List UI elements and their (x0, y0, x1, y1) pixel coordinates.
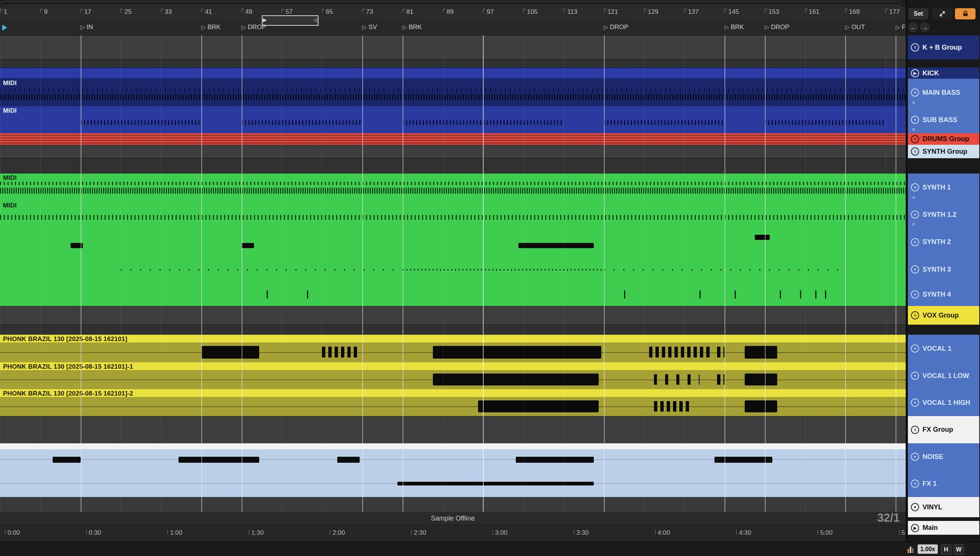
locator-brk[interactable]: ▷BRK (724, 24, 744, 31)
track-header-noise[interactable]: ▾NOISE (908, 443, 979, 470)
menu-icon[interactable]: ≡ (911, 135, 919, 143)
audio-segment[interactable] (518, 243, 594, 248)
time-ruler[interactable]: 0:000:301:001:302:002:303:003:304:004:30… (0, 525, 905, 542)
track-header-vocal1-low[interactable]: ▾VOCAL 1 LOW (908, 362, 979, 389)
track-header-kick[interactable]: ▶KICK (908, 68, 979, 79)
fold-icon[interactable]: ▾ (911, 372, 919, 380)
clip-midi[interactable]: MIDI (0, 201, 905, 228)
track-header-drums[interactable]: ≡DRUMS Group (908, 133, 979, 145)
track-header-kb-group[interactable]: ≡K + B Group (908, 36, 979, 59)
height-zoom-button[interactable]: H (941, 545, 951, 554)
row-sub-bass[interactable]: MIDI (0, 106, 905, 133)
clip-header[interactable] (0, 443, 905, 449)
track-header-synth3[interactable]: ▾SYNTH 3 (908, 256, 979, 283)
clip-waveform-lane[interactable] (0, 470, 905, 497)
clip-midi[interactable]: MIDI (0, 106, 905, 133)
row-vinyl[interactable] (0, 497, 905, 512)
play-icon[interactable]: ▶ (911, 69, 919, 77)
menu-icon[interactable]: ≡ (911, 426, 919, 434)
audio-segment[interactable] (53, 457, 80, 463)
row-fx1[interactable] (0, 470, 905, 497)
fold-icon[interactable]: ▾ (911, 399, 919, 407)
clip-header[interactable]: PHONK BRAZIL 130 [2025-08-15 162101] (0, 335, 905, 343)
fold-icon[interactable]: ▾ (911, 503, 919, 511)
menu-icon[interactable]: ≡ (911, 43, 919, 52)
track-header-synth4[interactable]: ▾SYNTH 4 (908, 283, 979, 306)
row-synth1[interactable]: MIDI (0, 173, 905, 201)
row-gap1[interactable] (0, 59, 905, 68)
clip-midi[interactable]: MIDI (0, 173, 905, 201)
row-vox-group[interactable] (0, 306, 905, 325)
row-kick[interactable] (0, 68, 905, 79)
loop-brace[interactable]: ▶ ◁ (262, 15, 319, 26)
row-vocal1[interactable]: PHONK BRAZIL 130 [2025-08-15 162101] (0, 335, 905, 362)
clip-waveform-lane[interactable] (0, 398, 905, 416)
locator-f[interactable]: ▷F (896, 24, 905, 31)
clip-header[interactable]: PHONK BRAZIL 130 [2025-08-15 162101]-1 (0, 362, 905, 370)
row-kb-group[interactable] (0, 36, 905, 59)
clip-waveform-lane[interactable] (0, 370, 905, 389)
locator-drop[interactable]: ▷DROP (765, 24, 789, 31)
row-gap2[interactable] (0, 158, 905, 173)
clip-midi[interactable]: MIDI (0, 79, 905, 106)
track-header-fx-group[interactable]: ≡FX Group (908, 416, 979, 443)
row-vocal1-low[interactable]: PHONK BRAZIL 130 [2025-08-15 162101]-1 (0, 362, 905, 389)
fold-icon[interactable]: ▾ (911, 265, 919, 273)
row-synth3[interactable] (0, 256, 905, 283)
track-header-main-bass[interactable]: ▾MAIN BASS≡ (908, 79, 979, 106)
fold-icon[interactable]: ▾ (911, 116, 919, 124)
fold-icon[interactable]: ▾ (911, 290, 919, 299)
clip-synth[interactable] (0, 283, 905, 306)
track-header-vocal1[interactable]: ▾VOCAL 1 (908, 335, 979, 362)
row-vocal1-high[interactable]: PHONK BRAZIL 130 [2025-08-15 162101]-2 (0, 389, 905, 416)
play-icon[interactable]: ▶ (911, 524, 919, 532)
row-synth12[interactable]: MIDI (0, 201, 905, 228)
track-header-main[interactable]: ▶Main (908, 521, 979, 535)
locator-drop[interactable]: ▷DROP (604, 24, 628, 31)
fold-icon[interactable]: ▾ (911, 183, 919, 191)
clip-synth[interactable] (0, 256, 905, 283)
fold-icon[interactable]: ▾ (911, 89, 919, 97)
audio-segment[interactable] (337, 457, 360, 463)
row-fx-group[interactable] (0, 416, 905, 443)
row-main-bass[interactable]: MIDI (0, 79, 905, 106)
track-header-synth-group[interactable]: ≡SYNTH Group (908, 145, 979, 158)
locator-in[interactable]: ▷IN (81, 24, 93, 31)
row-synth4[interactable] (0, 283, 905, 306)
zoom-level-control[interactable]: 1.00x (918, 545, 938, 554)
fold-icon[interactable]: ▾ (911, 453, 919, 461)
audio-segment[interactable] (755, 235, 770, 240)
locator-sv[interactable]: ▷SV (362, 24, 377, 31)
audio-segment[interactable] (178, 457, 259, 463)
clip-waveform-lane[interactable] (0, 449, 905, 470)
locator-brk[interactable]: ▷BRK (201, 24, 221, 31)
horizontal-scrollbar[interactable] (1, 1, 901, 6)
audio-segment[interactable] (397, 482, 593, 485)
fold-icon[interactable]: ▾ (911, 480, 919, 488)
bar-ruler[interactable]: 1917253341495765738189971051131211291371… (0, 6, 905, 20)
beat-time-display[interactable]: 32/1 (877, 511, 900, 525)
menu-icon[interactable]: ≡ (911, 147, 919, 155)
row-synth2[interactable] (0, 228, 905, 256)
track-header-synth1[interactable]: ▾SYNTH 1≡ (908, 173, 979, 201)
track-header-vocal1-high[interactable]: ▾VOCAL 1 HIGH (908, 389, 979, 416)
row-synth-group[interactable] (0, 145, 905, 158)
row-noise[interactable] (0, 443, 905, 470)
arrangement-start-marker-icon[interactable] (2, 24, 7, 31)
clip-waveform-lane[interactable] (0, 343, 905, 362)
audio-segment[interactable] (516, 457, 594, 463)
clip-drums[interactable] (0, 133, 905, 145)
clip-header[interactable]: PHONK BRAZIL 130 [2025-08-15 162101]-2 (0, 389, 905, 398)
audio-segment[interactable] (241, 243, 254, 248)
track-header-vinyl[interactable]: ▾VINYL (908, 497, 979, 517)
fold-icon[interactable]: ▾ (911, 210, 919, 219)
track-header-synth12[interactable]: ▾SYNTH 1.2≡ (908, 201, 979, 228)
clip-kick[interactable] (0, 68, 905, 79)
locator-out[interactable]: ▷OUT (845, 24, 865, 31)
row-gap3[interactable] (0, 325, 905, 335)
track-header-synth2[interactable]: ▾SYNTH 2 (908, 228, 979, 256)
clip-synth[interactable] (0, 228, 905, 256)
fold-icon[interactable]: ▾ (911, 344, 919, 352)
menu-icon[interactable]: ≡ (911, 311, 919, 319)
locator-row[interactable]: ▶ ◁ ▷IN▷BRK▷DROP▷SV▷BRK▷DROP▷BRK▷DROP▷OU… (0, 20, 905, 36)
